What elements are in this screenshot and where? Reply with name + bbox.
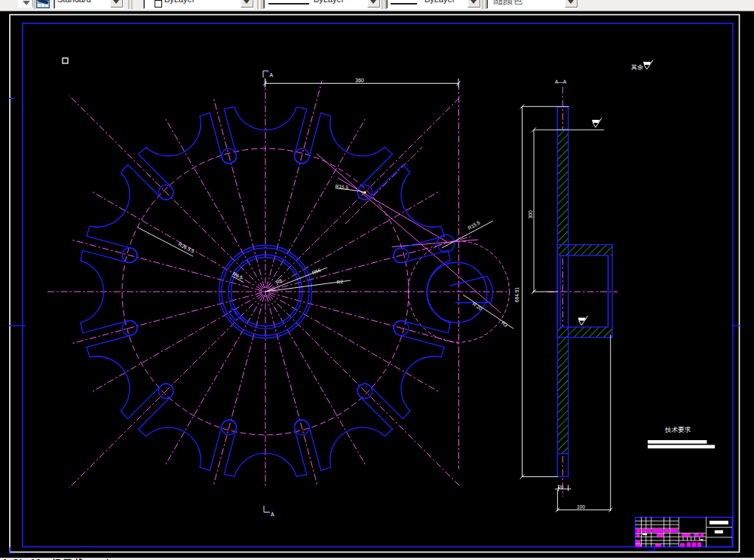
svg-text:20: 20: [559, 485, 564, 489]
svg-text:R8: R8: [275, 277, 284, 285]
svg-text:360: 360: [355, 78, 364, 83]
svg-text:技术要求: 技术要求: [664, 426, 691, 433]
svg-text:A—A: A—A: [555, 79, 567, 84]
svg-text:R2: R2: [336, 279, 344, 285]
svg-text:其余: 其余: [631, 64, 643, 71]
svg-text:A: A: [271, 512, 274, 517]
svg-text:R15.5: R15.5: [467, 219, 481, 231]
svg-text:R26.5.5: R26.5.5: [178, 241, 196, 254]
svg-text:684.91: 684.91: [514, 287, 520, 302]
svg-text:A: A: [270, 72, 274, 78]
svg-text:R66: R66: [311, 267, 322, 275]
svg-text:R15.5: R15.5: [335, 183, 348, 190]
svg-text:100: 100: [577, 504, 585, 510]
svg-text:300: 300: [528, 210, 533, 219]
